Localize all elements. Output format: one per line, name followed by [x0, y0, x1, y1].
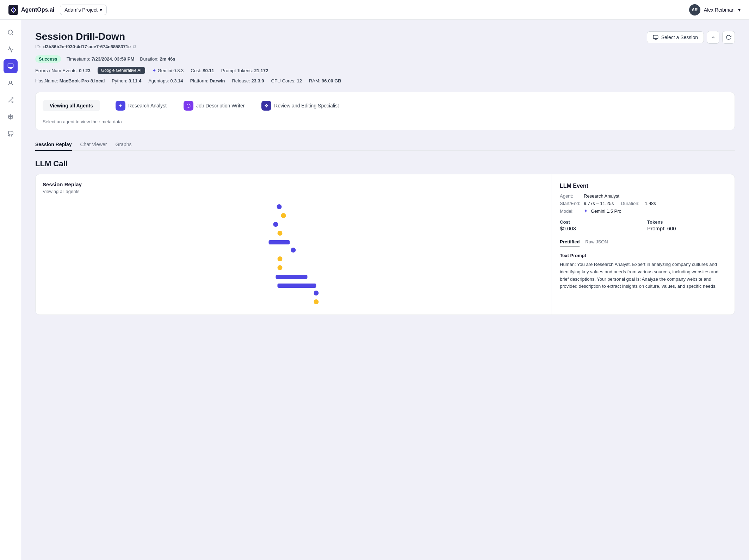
event-agent-row: Agent: Research Analyst	[560, 193, 726, 199]
svg-point-10	[291, 248, 296, 253]
session-meta-row2: Errors / Num Events: 0 / 23 Google Gener…	[35, 67, 735, 74]
research-analyst-icon: ✦	[116, 101, 125, 111]
model-value: Gemini 1.5 Pro	[591, 209, 621, 214]
cost-metric-value: $0.003	[560, 225, 639, 231]
svg-point-7	[273, 222, 278, 227]
tab-chat-viewer[interactable]: Chat Viewer	[80, 139, 107, 151]
tab-job-description-writer[interactable]: ⬡ Job Description Writer	[177, 98, 252, 113]
review-editor-label: Review and Editing Specialist	[274, 103, 339, 108]
prompt-tokens-item: Prompt Tokens: 21,172	[221, 68, 268, 73]
hostname-item: HostName: MacBook-Pro-8.local	[35, 78, 105, 83]
replay-title: Session Replay	[43, 181, 544, 187]
text-prompt-body: Human: You are Research Analyst. Expert …	[560, 261, 726, 290]
llm-card: Session Replay Viewing all agents	[35, 174, 735, 315]
text-prompt-label: Text Prompt	[560, 253, 726, 258]
llm-section-title: LLM Call	[35, 159, 735, 168]
startend-value: 9.77s – 11.25s	[584, 201, 614, 206]
python-item: Python: 3.11.4	[112, 78, 141, 83]
sidebar-item-agents[interactable]	[4, 76, 18, 90]
sidebar-item-monitor[interactable]	[4, 127, 18, 141]
prompt-tokens-label: Prompt:	[647, 225, 666, 231]
session-id-value: d3b86b2c-f930-4d17-aee7-674e6858371e	[43, 44, 131, 49]
svg-rect-2	[8, 64, 13, 68]
header-left: Session Drill-Down ID: d3b86b2c-f930-4d1…	[35, 31, 136, 50]
timestamp-item: Timestamp: 7/23/2024, 03:59 PM	[67, 56, 134, 62]
svg-point-3	[10, 81, 12, 83]
session-tab-bar: Session Replay Chat Viewer Graphs	[35, 139, 735, 151]
sidebar	[0, 20, 21, 560]
replay-canvas	[43, 200, 544, 305]
page-title: Session Drill-Down	[35, 31, 136, 42]
event-startend-row: Start/End: 9.77s – 11.25s Duration: 1.48…	[560, 201, 726, 206]
cost-metric-label: Cost	[560, 219, 639, 225]
tab-session-replay[interactable]: Session Replay	[35, 139, 72, 151]
prompt-tokens-value: 600	[667, 225, 676, 231]
cost-item: Cost: $0.11	[191, 68, 214, 73]
svg-point-6	[281, 213, 286, 218]
tokens-metric-label: Tokens	[647, 219, 726, 225]
sidebar-item-sessions[interactable]	[4, 59, 18, 73]
page-header: Session Drill-Down ID: d3b86b2c-f930-4d1…	[35, 31, 735, 50]
agent-card: Viewing all Agents ✦ Research Analyst ⬡ …	[35, 92, 735, 130]
id-label: ID:	[35, 44, 41, 49]
svg-point-8	[278, 231, 283, 236]
llm-event-title: LLM Event	[560, 183, 726, 189]
cost-metric: Cost $0.003	[560, 219, 639, 231]
sidebar-item-analytics[interactable]	[4, 42, 18, 56]
svg-point-5	[277, 204, 282, 209]
sidebar-item-search[interactable]	[4, 25, 18, 39]
project-selector[interactable]: Adam's Project ▾	[60, 5, 107, 15]
gemini-event-icon: ✦	[584, 208, 588, 214]
header-actions: Select a Session	[647, 31, 735, 44]
tab-research-analyst[interactable]: ✦ Research Analyst	[109, 98, 174, 113]
svg-rect-9	[269, 240, 290, 244]
nav-left: AgentOps.ai Adam's Project ▾	[8, 5, 107, 15]
tab-prettified[interactable]: Prettified	[560, 237, 580, 247]
job-writer-label: Job Description Writer	[196, 103, 244, 108]
tab-review-editing[interactable]: ❖ Review and Editing Specialist	[254, 98, 346, 113]
svg-point-1	[8, 30, 12, 34]
job-writer-icon: ⬡	[184, 101, 193, 111]
agentops-item: Agentops: 0.3.14	[148, 78, 183, 83]
ram-item: RAM: 96.00 GB	[309, 78, 341, 83]
tab-all-agents[interactable]: Viewing all Agents	[43, 100, 100, 111]
select-session-label: Select a Session	[661, 35, 698, 40]
svg-point-15	[314, 291, 319, 295]
research-analyst-label: Research Analyst	[128, 103, 167, 108]
agent-placeholder: Select an agent to view their meta data	[43, 119, 728, 124]
chevron-down-icon: ▾	[100, 7, 102, 13]
sidebar-item-flows[interactable]	[4, 93, 18, 107]
logo: AgentOps.ai	[8, 5, 54, 15]
copy-icon[interactable]: ⧉	[133, 44, 136, 50]
app-name: AgentOps.ai	[21, 7, 54, 13]
tokens-prompt-row: Prompt: 600	[647, 225, 726, 231]
model-badge: ✦ Gemini 0.8.3	[152, 68, 184, 73]
llm-right-panel: LLM Event Agent: Research Analyst Start/…	[551, 174, 735, 315]
tab-graphs[interactable]: Graphs	[116, 139, 132, 151]
replay-subtitle: Viewing all agents	[43, 189, 544, 194]
refresh-button[interactable]	[722, 31, 735, 44]
select-session-button[interactable]: Select a Session	[647, 31, 704, 43]
platform-item: Platform: Darwin	[190, 78, 225, 83]
user-name: Alex Reibman	[704, 7, 735, 13]
avatar: AR	[689, 4, 700, 15]
svg-point-11	[278, 256, 283, 261]
svg-rect-4	[653, 35, 658, 38]
agent-value: Research Analyst	[584, 193, 619, 199]
collapse-button[interactable]	[707, 31, 719, 44]
main-content: Session Drill-Down ID: d3b86b2c-f930-4d1…	[21, 20, 749, 560]
duration-item: Duration: 2m 46s	[140, 56, 175, 62]
tab-raw-json[interactable]: Raw JSON	[585, 237, 608, 247]
user-menu[interactable]: AR Alex Reibman ▾	[689, 4, 741, 15]
agent-label: Agent:	[560, 193, 581, 199]
svg-rect-14	[278, 284, 316, 288]
svg-rect-13	[276, 275, 308, 279]
svg-point-12	[278, 265, 283, 270]
top-nav: AgentOps.ai Adam's Project ▾ AR Alex Rei…	[0, 0, 749, 20]
svg-point-16	[314, 299, 319, 304]
gemini-icon: ✦	[152, 68, 156, 73]
session-id-row: ID: d3b86b2c-f930-4d17-aee7-674e6858371e…	[35, 44, 136, 50]
session-meta-row1: Success Timestamp: 7/23/2024, 03:59 PM D…	[35, 55, 735, 63]
provider-tag: Google Generative AI	[98, 67, 145, 74]
sidebar-item-packages[interactable]	[4, 110, 18, 124]
